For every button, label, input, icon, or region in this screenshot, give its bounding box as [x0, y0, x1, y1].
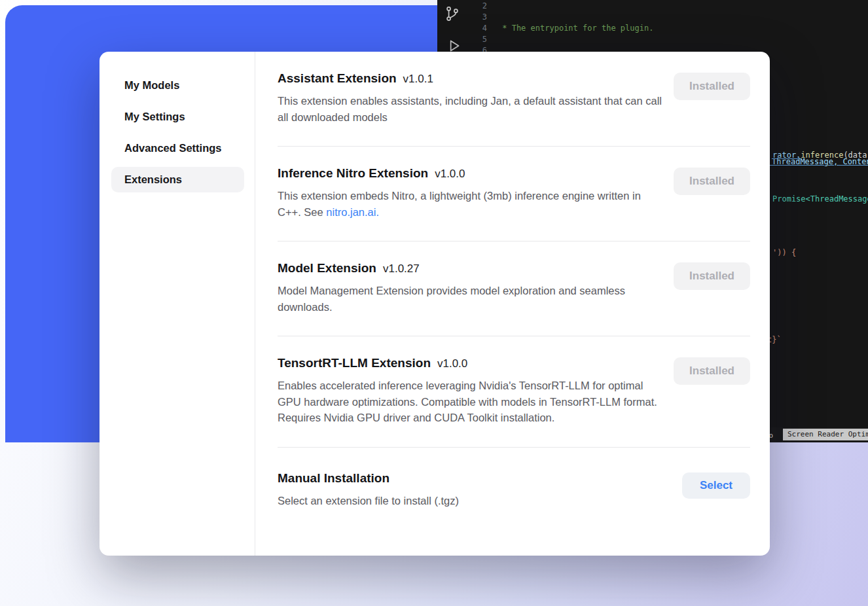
sidebar-item-my-models[interactable]: My Models — [111, 73, 244, 98]
extension-info: Assistant Extensionv1.0.1 This extension… — [278, 71, 667, 125]
extension-heading: Inference Nitro Extensionv1.0.0 — [278, 166, 667, 181]
code-comment: * The entrypoint for the plugin. — [497, 23, 868, 34]
extension-name: Model Extension — [278, 261, 376, 275]
settings-modal: My Models My Settings Advanced Settings … — [99, 52, 770, 556]
extension-info: TensortRT-LLM Extensionv1.0.0 Enables ac… — [278, 356, 667, 426]
extension-name: TensortRT-LLM Extension — [278, 356, 431, 370]
installed-button[interactable]: Installed — [674, 73, 750, 100]
settings-sidebar: My Models My Settings Advanced Settings … — [99, 52, 255, 556]
code-fragment: Promise<ThreadMessage> — [772, 194, 868, 205]
code-fragment: ')) { — [772, 247, 796, 258]
extension-version: v1.0.0 — [435, 168, 465, 180]
extension-description: Model Management Extension provides mode… — [278, 283, 667, 315]
sidebar-item-extensions[interactable]: Extensions — [111, 167, 244, 192]
extensions-panel: Assistant Extensionv1.0.1 This extension… — [255, 52, 770, 556]
extension-description: This extension embeds Nitro, a lightweig… — [278, 188, 667, 220]
extension-row-nitro: Inference Nitro Extensionv1.0.0 This ext… — [278, 147, 750, 241]
status-screen-reader-chip: Screen Reader Optimized — [783, 429, 868, 440]
extension-heading: Assistant Extensionv1.0.1 — [278, 71, 667, 86]
nitro-jan-ai-link[interactable]: nitro.jan.ai. — [326, 206, 379, 218]
editor-line-numbers: 2 3 4 5 6 — [473, 1, 487, 56]
sidebar-item-advanced-settings[interactable]: Advanced Settings — [111, 135, 244, 161]
installed-button[interactable]: Installed — [674, 262, 750, 290]
extension-heading: Manual Installation — [278, 471, 459, 486]
extension-info: Inference Nitro Extensionv1.0.0 This ext… — [278, 166, 667, 220]
extension-version: v1.0.0 — [437, 357, 467, 370]
extension-description: Enables accelerated inference leveraging… — [278, 378, 667, 426]
extension-heading: TensortRT-LLM Extensionv1.0.0 — [278, 356, 667, 370]
code-fragment: rator.inference(data)); — [772, 150, 868, 161]
extension-name: Inference Nitro Extension — [278, 166, 428, 180]
extension-description: This extension enables assistants, inclu… — [278, 93, 667, 125]
extension-name: Assistant Extension — [278, 71, 397, 85]
extension-info: Model Extensionv1.0.27 Model Management … — [278, 261, 667, 315]
manual-installation-row: Manual Installation Select an extension … — [278, 448, 750, 530]
extension-version: v1.0.27 — [383, 262, 420, 275]
extension-name: Manual Installation — [278, 471, 389, 485]
select-button[interactable]: Select — [682, 472, 750, 499]
extension-info: Manual Installation Select an extension … — [278, 471, 459, 509]
extension-row-tensorrt: TensortRT-LLM Extensionv1.0.0 Enables ac… — [278, 336, 750, 447]
extension-heading: Model Extensionv1.0.27 — [278, 261, 667, 276]
installed-button[interactable]: Installed — [674, 357, 750, 385]
extension-version: v1.0.1 — [403, 73, 433, 85]
extension-row-assistant: Assistant Extensionv1.0.1 This extension… — [278, 52, 750, 146]
sidebar-item-my-settings[interactable]: My Settings — [111, 104, 244, 130]
extension-description: Select an extension file to install (.tg… — [278, 493, 459, 509]
extension-row-model: Model Extensionv1.0.27 Model Management … — [278, 241, 750, 336]
installed-button[interactable]: Installed — [674, 168, 750, 195]
source-control-icon — [444, 5, 461, 22]
